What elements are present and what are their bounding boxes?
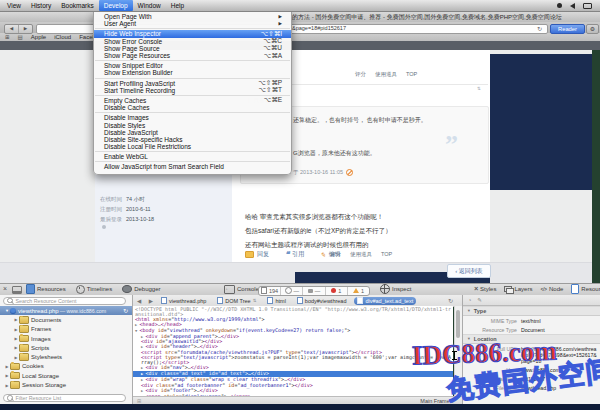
quote-icon: ❝: [285, 252, 289, 257]
back-forward-buttons[interactable]: ◀▶: [4, 24, 33, 34]
tree-item[interactable]: ▶Documents: [0, 315, 132, 324]
tree-item[interactable]: ▶Frames: [0, 325, 132, 334]
menu-item[interactable]: Hide Web Inspector⌥⇧⌘I: [94, 30, 291, 37]
console-button[interactable]: › Console: [224, 283, 259, 295]
top-sites-icon[interactable]: ⊞: [5, 34, 10, 40]
tree-item[interactable]: ▶Scripts: [0, 343, 132, 352]
status-circle-icon[interactable]: [557, 3, 562, 8]
node-button[interactable]: </>Node: [540, 286, 563, 292]
gear-icon[interactable]: ⚙: [586, 24, 599, 34]
dom-token: http://www.w3.org/1999/xhtml: [174, 316, 258, 322]
menu-item-label: Open Page With: [104, 13, 271, 20]
action-label: 回复: [257, 250, 269, 259]
menu-item[interactable]: Disable JavaScript: [94, 129, 291, 136]
menu-item-label: Start Timeline Recording: [104, 87, 251, 94]
action-quote[interactable]: ❝引用: [285, 250, 304, 259]
menu-item[interactable]: Empty Caches⌥⌘E: [94, 97, 291, 104]
menu-item-label: Show Page Source: [104, 45, 255, 52]
menu-item[interactable]: Start Timeline Recording⌥⇧⌘T: [94, 87, 291, 94]
tree-item[interactable]: ▶Images: [0, 334, 132, 343]
inspect-button[interactable]: Inspect: [380, 283, 411, 295]
menu-item[interactable]: Show Page Resources⌥⌘A: [94, 52, 291, 59]
battery-icon[interactable]: [583, 3, 592, 9]
quote-line: G浏览器，原来他还有这功能。: [293, 149, 376, 158]
filter-input[interactable]: Filter Resource List: [3, 394, 126, 402]
dashboard-warning[interactable]: 1: [348, 287, 369, 295]
post-links-top: 评分使用道具TOP: [355, 71, 417, 78]
refresh-icon[interactable]: ◔: [468, 297, 471, 303]
debugger-button[interactable]: Debugger: [122, 285, 160, 293]
tree-item[interactable]: ▶Local Storage: [0, 371, 132, 380]
menu-item[interactable]: Disable Images: [94, 114, 291, 121]
menubar-item-window[interactable]: Window: [133, 0, 166, 11]
collapse-icon[interactable]: ⇅: [477, 86, 481, 91]
menu-item[interactable]: Show Snippet Editor: [94, 62, 291, 69]
dashboard-doc[interactable]: 194: [259, 287, 281, 295]
menubar-item-view[interactable]: View: [2, 0, 26, 11]
folder-icon: [19, 344, 29, 352]
menu-item[interactable]: Enable WebGL: [94, 153, 291, 160]
inspector-dock-icon[interactable]: [12, 286, 22, 294]
reading-list-icon[interactable]: ▤: [18, 34, 23, 40]
breadcrumb-label: div#ad_text.ad_text: [365, 298, 413, 304]
volume-icon[interactable]: [570, 3, 575, 9]
dashboard-disk[interactable]: —: [303, 287, 325, 295]
breadcrumb-item[interactable]: body#viewthread: [294, 297, 350, 305]
menubar-item-bookmarks[interactable]: Bookmarks: [56, 0, 99, 11]
breadcrumb-item[interactable]: DOM Tree⇅: [214, 297, 259, 305]
menu-item[interactable]: Open Page With▶: [94, 13, 291, 20]
layers-button[interactable]: Layers: [504, 286, 532, 293]
menubar-item-develop[interactable]: Develop: [99, 0, 133, 11]
document-icon: [161, 297, 167, 304]
menu-item[interactable]: Show Page Source⌥⌘U: [94, 45, 291, 52]
post-link[interactable]: 使用道具: [375, 71, 397, 78]
menu-item[interactable]: Disable Caches: [94, 104, 291, 111]
resources-button[interactable]: Resources: [26, 284, 66, 294]
menu-item[interactable]: Disable Styles: [94, 121, 291, 128]
menu-item[interactable]: User Agent▶: [94, 20, 291, 27]
tree-item[interactable]: ▶Session Storage: [0, 380, 132, 389]
forward-icon[interactable]: ▶: [19, 25, 32, 33]
tree-item[interactable]: ▼viewthread.php — www.idc886.com↻: [0, 306, 132, 315]
menubar-item-help[interactable]: Help: [166, 0, 189, 11]
post-link[interactable]: TOP: [406, 71, 417, 78]
bookmark-item[interactable]: Apple: [31, 34, 46, 40]
menubar-item-history[interactable]: History: [26, 0, 56, 11]
breadcrumb-reload-icon[interactable]: ↻: [448, 297, 453, 304]
breadcrumb-item[interactable]: viewthread.php: [158, 297, 209, 305]
action-reply[interactable]: 回复: [245, 250, 269, 259]
reload-icon[interactable]: ↻: [123, 307, 128, 314]
dashboard-error[interactable]: 1: [326, 287, 348, 295]
stat-label: 最后登录: [100, 216, 122, 223]
user-stat-row: 最后登录2013-10-18: [100, 216, 154, 223]
menu-item[interactable]: Show Error Console⌥⌘C: [94, 38, 291, 45]
tree-item[interactable]: ▶Stylesheets: [0, 352, 132, 361]
menu-item[interactable]: Disable Local File Restrictions: [94, 143, 291, 150]
post-link[interactable]: TOP: [381, 251, 392, 258]
reader-button[interactable]: Reader: [550, 24, 585, 34]
edit-icon[interactable]: ✎: [477, 297, 482, 303]
breadcrumb-item[interactable]: div#ad_text.ad_text: [354, 297, 416, 305]
back-to-list-button[interactable]: ‹ 返回列表: [447, 264, 491, 278]
post-link[interactable]: 评分: [330, 251, 341, 258]
dashboard-clock[interactable]: —: [281, 287, 303, 295]
post-link[interactable]: 评分: [355, 71, 366, 78]
resource-button[interactable]: Resource: [571, 284, 600, 294]
dom-scrollbar-thumb[interactable]: [456, 310, 460, 338]
timelines-button[interactable]: Timelines: [76, 285, 112, 294]
menu-item[interactable]: Disable Site-specific Hacks: [94, 136, 291, 143]
bookmark-item[interactable]: iCloud: [54, 34, 71, 40]
search-input[interactable]: Search Resource Content: [3, 297, 126, 305]
stat-value: 2010-6-11: [126, 206, 151, 213]
tree-item[interactable]: ▶Cookies: [0, 362, 132, 371]
menu-item[interactable]: Allow JavaScript from Smart Search Field: [94, 163, 291, 170]
breadcrumb-item[interactable]: html: [264, 297, 288, 305]
menu-item[interactable]: Show Extension Builder: [94, 69, 291, 76]
post-link[interactable]: 使用道具: [350, 251, 372, 258]
menu-item-label: Show Page Resources: [104, 52, 256, 59]
styles-button[interactable]: ×Styles: [474, 285, 496, 293]
history-arrows[interactable]: ◀ ▶: [137, 298, 156, 304]
inspector-close-icon[interactable]: ×: [3, 283, 7, 295]
reload-icon[interactable]: ↻: [537, 25, 542, 32]
back-icon[interactable]: ◀: [5, 25, 19, 33]
